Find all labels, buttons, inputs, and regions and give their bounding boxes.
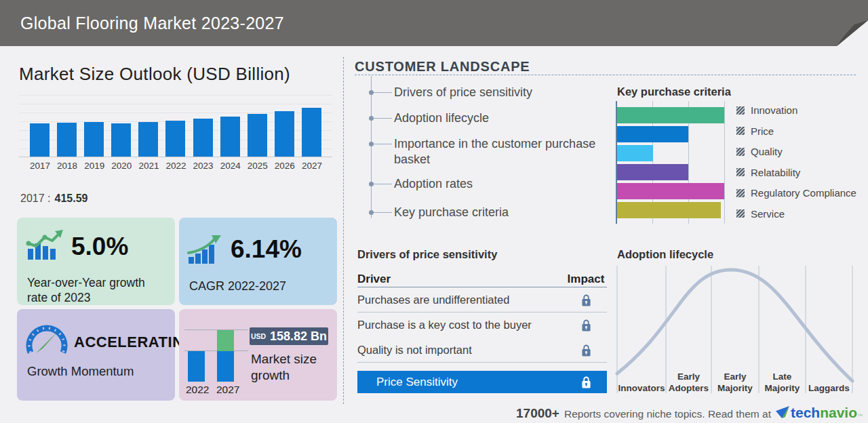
- col-impact: Impact: [565, 273, 607, 286]
- list-connector: [374, 212, 392, 213]
- year-tick-label: 2024: [220, 161, 240, 171]
- market-size-bar-2022: [165, 121, 185, 157]
- legend-label: Service: [751, 208, 785, 220]
- market-size-bar-2024: [220, 117, 240, 157]
- market-size-bar-2025: [248, 114, 267, 157]
- footer-text: Reports covering niche topics. Read them…: [564, 408, 771, 420]
- highlight-label: Price Sensitivity: [357, 376, 565, 389]
- customer-landscape-underline: [355, 75, 856, 75]
- legend-label: Regulatory Compliance: [751, 187, 856, 199]
- kpc-bar-chart: [617, 107, 724, 221]
- legend-item: Regulatory Compliance: [736, 187, 856, 199]
- legend-item: Price: [736, 125, 856, 137]
- list-connector: [374, 184, 392, 184]
- list-bullet-icon: [369, 142, 374, 146]
- kpc-bar-innovation: [617, 107, 724, 123]
- list-bullet-icon: [369, 210, 374, 215]
- col-driver: Driver: [357, 273, 565, 286]
- kpc-bar-service: [617, 202, 721, 218]
- market-size-bar-chart: [19, 95, 332, 157]
- yoy-label: Year-over-Year growth rate of 2023: [27, 276, 156, 306]
- mini-year-start: 2022: [186, 384, 209, 396]
- growth-label: Market size growth: [251, 351, 326, 384]
- list-item: Adoption rates: [394, 176, 601, 192]
- driver-cell: Purchase is a key cost to the buyer: [357, 319, 565, 331]
- list-item: Importance in the customer purchase bask…: [394, 136, 601, 167]
- footer: 17000+ Reports covering niche topics. Re…: [516, 404, 863, 421]
- legend-marker-icon: [736, 189, 745, 197]
- mini-bar-2027-growth: [217, 330, 234, 351]
- market-size-axis-labels: 2017201820192020202120222023202420252026…: [19, 161, 332, 171]
- price-sensitivity-table: Driver Impact Purchases are undifferenti…: [357, 271, 607, 393]
- list-connector: [374, 118, 392, 119]
- kpc-title: Key purchase criteria: [617, 85, 731, 98]
- lock-icon: [581, 319, 591, 331]
- growth-amount-badge: USD 158.82 Bn: [250, 327, 328, 345]
- base-year-label: 2017 :: [20, 193, 50, 204]
- stage-label: Early Majority: [711, 366, 759, 395]
- stage-label: Laggards: [806, 366, 852, 395]
- legend-item: Quality: [736, 146, 856, 157]
- year-tick-label: 2018: [57, 161, 77, 171]
- kpc-bar-relatability: [617, 164, 688, 180]
- legend-label: Innovation: [751, 104, 797, 116]
- kpc-gridline: [724, 101, 725, 224]
- legend-label: Quality: [751, 146, 783, 157]
- lock-icon: [581, 344, 591, 357]
- legend-marker-icon: [736, 209, 745, 218]
- bar-growth-icon: [25, 228, 67, 262]
- currency-label: USD: [251, 332, 266, 340]
- year-tick-label: 2017: [30, 161, 50, 171]
- market-size-bar-2026: [275, 111, 294, 157]
- base-year-note: 2017 :415.59: [20, 193, 87, 205]
- year-tick-label: 2020: [111, 161, 131, 171]
- cagr-label: CAGR 2022-2027: [189, 279, 286, 294]
- market-size-growth-card: 2022 2027 USD 158.82 Bn Market size grow…: [179, 309, 337, 401]
- list-connector: [374, 144, 392, 144]
- bell-curve: [617, 270, 852, 381]
- cagr-growth-icon: [187, 235, 228, 265]
- market-size-bar-2023: [193, 119, 213, 157]
- list-connector: [374, 92, 392, 93]
- base-year-value: 415.59: [54, 193, 87, 204]
- driver-cell: Quality is not important: [357, 344, 565, 357]
- mini-chart-gridline: [184, 329, 248, 330]
- year-tick-label: 2019: [84, 161, 104, 171]
- stage-label: Early Adopters: [666, 366, 711, 395]
- price-sensitivity-title: Drivers of price sensitivity: [357, 248, 497, 261]
- market-size-bar-2027: [302, 108, 321, 157]
- driver-cell: Purchases are undifferentiated: [357, 294, 565, 306]
- page-title: Global Flooring Market 2023-2027: [20, 14, 284, 33]
- list-bullet-icon: [369, 182, 374, 186]
- table-row: Purchases are undifferentiated: [357, 287, 607, 313]
- lock-icon: [581, 294, 591, 306]
- list-item: Key purchase criteria: [394, 205, 601, 220]
- adoption-lifecycle-title: Adoption lifecycle: [617, 248, 713, 261]
- year-tick-label: 2021: [138, 161, 158, 171]
- price-sensitivity-highlight-row: Price Sensitivity: [357, 371, 607, 393]
- legend-item: Relatability: [736, 167, 856, 178]
- impact-cell: [565, 319, 607, 331]
- table-row: Quality is not important: [357, 338, 607, 363]
- year-tick-label: 2027: [302, 161, 321, 171]
- table-row: Purchase is a key cost to the buyer: [357, 313, 607, 338]
- market-size-bar-2017: [30, 123, 50, 157]
- year-tick-label: 2022: [165, 161, 185, 171]
- legend-marker-icon: [736, 106, 745, 115]
- mini-bar-2027: [217, 351, 234, 382]
- brand-navio: navio: [820, 405, 857, 421]
- kpc-bar-price: [617, 126, 688, 142]
- yoy-growth-card: 5.0% Year-over-Year growth rate of 2023: [17, 218, 175, 305]
- impact-cell: [565, 294, 607, 306]
- report-count: 17000+: [516, 406, 559, 421]
- legend-item: Service: [736, 208, 856, 220]
- kpc-bar-quality: [617, 145, 653, 161]
- stage-label: Late Majority: [759, 366, 806, 395]
- section-divider: [343, 57, 344, 404]
- market-size-title: Market Size Outlook (USD Billion): [19, 64, 290, 85]
- legend-marker-icon: [736, 168, 745, 176]
- list-item: Adoption lifecycle: [394, 110, 601, 126]
- technavio-logo[interactable]: technavio™: [776, 404, 863, 421]
- lock-icon: [581, 376, 591, 388]
- technavio-plane-icon: [776, 405, 789, 419]
